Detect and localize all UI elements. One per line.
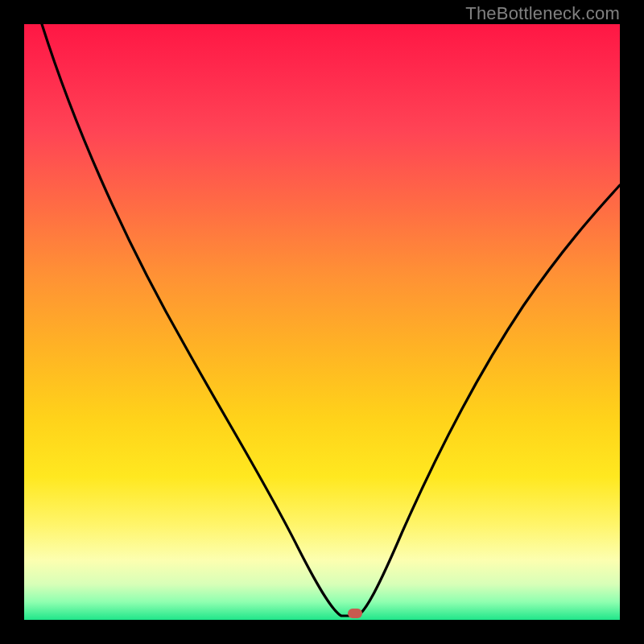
curve-left-arm	[42, 24, 357, 616]
attribution-text: TheBottleneck.com	[465, 3, 620, 24]
chart-frame: TheBottleneck.com	[0, 0, 644, 644]
curve-right-arm	[357, 185, 620, 616]
minimum-marker	[348, 609, 362, 618]
chart-plot-area	[24, 24, 620, 620]
bottleneck-curve	[24, 24, 620, 620]
